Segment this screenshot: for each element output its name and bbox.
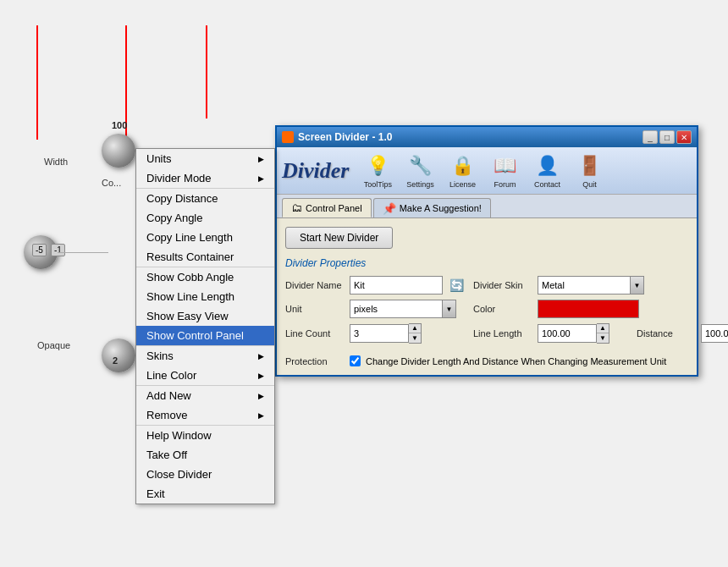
tooltips-icon: 💡 xyxy=(364,152,391,179)
license-icon: 🔒 xyxy=(449,152,476,179)
forum-label: Forum xyxy=(494,180,516,189)
tooltips-label: ToolTips xyxy=(364,180,392,189)
contact-label: Contact xyxy=(534,180,560,189)
color-row: Color xyxy=(473,300,728,318)
menu-remove[interactable]: Remove ▶ xyxy=(136,405,274,425)
start-new-divider-button[interactable]: Start New Divider xyxy=(285,227,393,249)
control-panel-tab-icon: 🗂 xyxy=(291,201,302,214)
settings-label: Settings xyxy=(406,180,434,189)
tabs-bar: 🗂 Control Panel 📌 Make A Suggestion! xyxy=(277,195,697,218)
line-length-spin-btns: ▲ ▼ xyxy=(597,323,609,344)
opaque-label: Opaque xyxy=(37,340,70,350)
sphere-3-label: 2 xyxy=(113,355,118,366)
unit-wrapper: pixels inches cm mm ▼ xyxy=(350,300,456,318)
divider-skin-row: Divider Skin Metal Classic Dark ▼ xyxy=(473,276,728,295)
sphere-1[interactable] xyxy=(102,134,135,168)
menu-copy-line-length[interactable]: Copy Line Length xyxy=(136,228,274,247)
protection-checkbox-label: Change Divider Length And Distance When … xyxy=(366,356,666,366)
minimize-button[interactable]: _ xyxy=(643,130,658,144)
red-line-1 xyxy=(36,25,38,140)
divider-properties-title: Divider Properties xyxy=(285,257,688,269)
distance-spinner: ▲ ▼ xyxy=(701,323,728,344)
line-count-up[interactable]: ▲ xyxy=(409,324,421,333)
contact-icon: 👤 xyxy=(533,152,560,179)
line-count-spinner: ▲ ▼ xyxy=(350,323,422,344)
close-button[interactable]: ✕ xyxy=(676,130,692,144)
divider-skin-label: Divider Skin xyxy=(473,280,532,290)
unit-select[interactable]: pixels inches cm mm xyxy=(350,300,443,318)
divider-name-input[interactable] xyxy=(350,276,443,295)
line-length-down[interactable]: ▼ xyxy=(597,333,609,343)
line-count-row: Line Count ▲ ▼ xyxy=(285,323,465,344)
width-label: Width xyxy=(44,157,68,167)
window-controls: _ □ ✕ xyxy=(643,130,692,144)
toolbar-license[interactable]: 🔒 License xyxy=(444,151,481,190)
toolbar: Divider 💡 ToolTips 🔧 Settings 🔒 License … xyxy=(277,147,697,195)
menu-take-off[interactable]: Take Off xyxy=(136,445,274,465)
license-label: License xyxy=(449,180,476,189)
line-count-input[interactable] xyxy=(350,324,409,343)
tab-control-panel[interactable]: 🗂 Control Panel xyxy=(282,198,372,217)
color-swatch[interactable] xyxy=(538,300,639,318)
line-length-label: Line Length xyxy=(473,328,532,339)
menu-show-easy-view[interactable]: Show Easy View xyxy=(136,306,274,326)
quit-label: Quit xyxy=(582,180,597,189)
toolbar-settings[interactable]: 🔧 Settings xyxy=(401,151,438,190)
ctrl-minus5[interactable]: -5 xyxy=(32,244,47,256)
menu-copy-distance[interactable]: Copy Distance xyxy=(136,189,274,208)
refresh-button[interactable]: 🔄 xyxy=(448,277,465,294)
menu-show-cobb-angle[interactable]: Show Cobb Angle xyxy=(136,267,274,287)
connector-line xyxy=(58,252,108,253)
ctrl-minus1[interactable]: -1 xyxy=(51,244,65,256)
line-count-spin-btns: ▲ ▼ xyxy=(409,323,422,344)
sphere-3[interactable] xyxy=(102,339,135,372)
toolbar-quit[interactable]: 🚪 Quit xyxy=(571,151,608,190)
tab-suggestion[interactable]: 📌 Make A Suggestion! xyxy=(373,198,491,217)
line-count-label: Line Count xyxy=(285,328,345,339)
divider-skin-select[interactable]: Metal Classic Dark xyxy=(538,276,631,295)
menu-show-control-panel[interactable]: Show Control Panel xyxy=(136,326,274,345)
menu-line-color[interactable]: Line Color ▶ xyxy=(136,366,274,385)
menu-add-new[interactable]: Add New ▶ xyxy=(136,386,274,405)
line-length-spinner: ▲ ▼ xyxy=(538,323,609,344)
suggestion-tab-icon: 📌 xyxy=(383,202,396,215)
toolbar-forum[interactable]: 📖 Forum xyxy=(486,151,523,190)
menu-divider-mode[interactable]: Divider Mode ▶ xyxy=(136,168,274,188)
distance-input[interactable] xyxy=(701,324,728,343)
toolbar-contact[interactable]: 👤 Contact xyxy=(528,151,565,190)
menu-exit[interactable]: Exit xyxy=(136,484,274,504)
unit-label: Unit xyxy=(285,304,345,314)
red-line-3 xyxy=(206,25,207,118)
divider-name-row: Divider Name 🔄 xyxy=(285,276,465,295)
protection-checkbox[interactable] xyxy=(350,355,361,366)
protection-row: Protection Change Divider Length And Dis… xyxy=(285,355,728,366)
quit-icon: 🚪 xyxy=(576,152,603,179)
divider-skin-arrow[interactable]: ▼ xyxy=(631,276,644,295)
color-label: Color xyxy=(473,304,532,314)
forum-icon: 📖 xyxy=(491,152,518,179)
context-menu: Units ▶ Divider Mode ▶ Copy Distance Cop… xyxy=(135,148,275,504)
menu-units[interactable]: Units ▶ xyxy=(136,149,274,168)
distance-label: Distance xyxy=(637,328,696,339)
content-panel: Start New Divider Divider Properties Div… xyxy=(277,218,697,375)
line-length-input[interactable] xyxy=(538,324,597,343)
menu-skins[interactable]: Skins ▶ xyxy=(136,346,274,366)
maximize-button[interactable]: □ xyxy=(659,130,675,144)
menu-results-container[interactable]: Results Container xyxy=(136,247,274,267)
title-icon xyxy=(282,131,294,143)
unit-row: Unit pixels inches cm mm ▼ xyxy=(285,300,465,318)
toolbar-tooltips[interactable]: 💡 ToolTips xyxy=(359,151,396,190)
settings-icon: 🔧 xyxy=(406,152,433,179)
main-window: Screen Divider - 1.0 _ □ ✕ Divider 💡 Too… xyxy=(275,125,698,377)
menu-close-divider[interactable]: Close Divider xyxy=(136,465,274,484)
line-length-up[interactable]: ▲ xyxy=(597,324,609,333)
menu-copy-angle[interactable]: Copy Angle xyxy=(136,208,274,228)
divider-logo: Divider xyxy=(282,158,349,184)
line-count-down[interactable]: ▼ xyxy=(409,333,421,343)
menu-help-window[interactable]: Help Window xyxy=(136,426,274,445)
divider-name-label: Divider Name xyxy=(285,280,345,290)
unit-arrow[interactable]: ▼ xyxy=(443,300,456,318)
window-title: Screen Divider - 1.0 xyxy=(282,131,392,143)
co-label: Co... xyxy=(102,178,121,188)
menu-show-line-length[interactable]: Show Line Length xyxy=(136,287,274,306)
